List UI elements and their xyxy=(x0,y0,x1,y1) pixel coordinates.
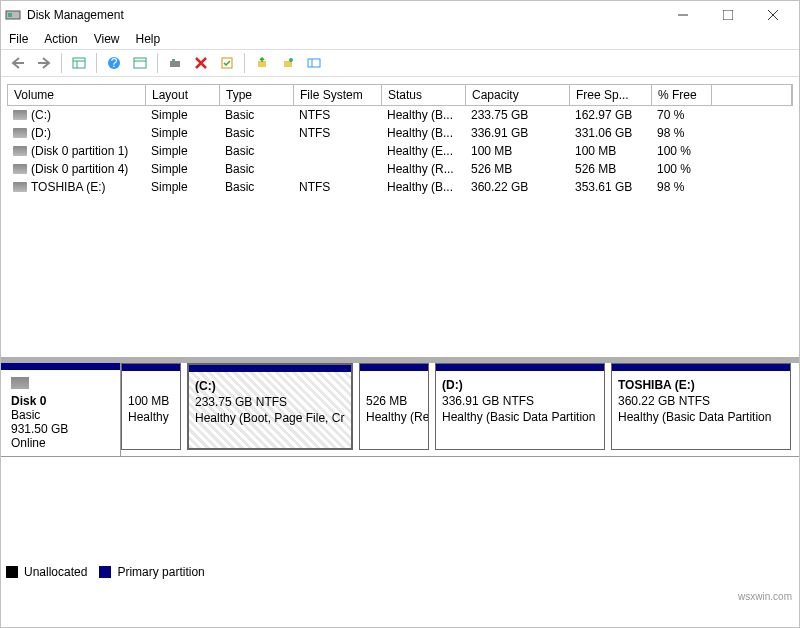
disk-state: Online xyxy=(11,436,46,450)
drive-icon xyxy=(13,110,27,120)
empty-space xyxy=(1,457,799,577)
action-button-3[interactable] xyxy=(303,52,325,74)
partition-header-bar xyxy=(612,364,790,371)
menubar: File Action View Help xyxy=(1,29,799,49)
partition-block[interactable]: 100 MBHealthy xyxy=(121,363,181,450)
refresh-button[interactable] xyxy=(164,52,186,74)
partitions-container: 100 MBHealthy(C:)233.75 GB NTFSHealthy (… xyxy=(121,363,799,456)
app-icon xyxy=(5,7,21,23)
legend: Unallocated Primary partition xyxy=(6,561,205,583)
partition-block[interactable]: (C:)233.75 GB NTFSHealthy (Boot, Page Fi… xyxy=(187,363,353,450)
svg-rect-14 xyxy=(172,59,175,62)
help-button[interactable]: ? xyxy=(103,52,125,74)
menu-view[interactable]: View xyxy=(94,32,120,46)
disk-type: Basic xyxy=(11,408,40,422)
partition-header-bar xyxy=(436,364,604,371)
toolbar-separator xyxy=(244,53,245,73)
legend-unallocated-label: Unallocated xyxy=(24,565,87,579)
col-percent-free[interactable]: % Free xyxy=(652,85,712,105)
svg-point-18 xyxy=(289,58,293,62)
col-layout[interactable]: Layout xyxy=(146,85,220,105)
volume-row[interactable]: (C:)SimpleBasicNTFSHealthy (B...233.75 G… xyxy=(7,106,793,124)
settings-button[interactable] xyxy=(129,52,151,74)
partition-header-bar xyxy=(189,365,351,372)
menu-help[interactable]: Help xyxy=(136,32,161,46)
volume-row[interactable]: (D:)SimpleBasicNTFSHealthy (B...336.91 G… xyxy=(7,124,793,142)
col-type[interactable]: Type xyxy=(220,85,294,105)
titlebar: Disk Management xyxy=(1,1,799,29)
volume-row[interactable]: TOSHIBA (E:)SimpleBasicNTFSHealthy (B...… xyxy=(7,178,793,196)
svg-rect-6 xyxy=(73,58,85,68)
menu-action[interactable]: Action xyxy=(44,32,77,46)
volume-row[interactable]: (Disk 0 partition 1)SimpleBasicHealthy (… xyxy=(7,142,793,160)
col-spacer xyxy=(712,85,792,105)
close-button[interactable] xyxy=(750,1,795,29)
partition-block[interactable]: 526 MBHealthy (Rec xyxy=(359,363,429,450)
svg-rect-1 xyxy=(8,13,12,17)
drive-icon xyxy=(13,182,27,192)
drive-icon xyxy=(13,164,27,174)
col-filesystem[interactable]: File System xyxy=(294,85,382,105)
disk-size: 931.50 GB xyxy=(11,422,68,436)
toolbar-separator xyxy=(96,53,97,73)
col-capacity[interactable]: Capacity xyxy=(466,85,570,105)
action-button-2[interactable] xyxy=(277,52,299,74)
legend-primary-label: Primary partition xyxy=(117,565,204,579)
disk-header-bar xyxy=(1,363,120,370)
partition-header-bar xyxy=(122,364,180,371)
svg-rect-19 xyxy=(308,59,320,67)
col-status[interactable]: Status xyxy=(382,85,466,105)
show-hide-button[interactable] xyxy=(68,52,90,74)
drive-icon xyxy=(13,146,27,156)
col-volume[interactable]: Volume xyxy=(8,85,146,105)
menu-file[interactable]: File xyxy=(9,32,28,46)
volume-list-body: (C:)SimpleBasicNTFSHealthy (B...233.75 G… xyxy=(7,106,793,196)
toolbar-separator xyxy=(61,53,62,73)
action-button-1[interactable] xyxy=(251,52,273,74)
minimize-button[interactable] xyxy=(660,1,705,29)
partition-block[interactable]: TOSHIBA (E:)360.22 GB NTFSHealthy (Basic… xyxy=(611,363,791,450)
disk-label[interactable]: Disk 0 Basic 931.50 GB Online xyxy=(1,363,121,456)
window-title: Disk Management xyxy=(27,8,660,22)
window-controls xyxy=(660,1,795,29)
back-button[interactable] xyxy=(7,52,29,74)
toolbar: ? xyxy=(1,49,799,77)
disk-graphic-pane: Disk 0 Basic 931.50 GB Online 100 MBHeal… xyxy=(1,357,799,577)
delete-button[interactable] xyxy=(190,52,212,74)
col-free-space[interactable]: Free Sp... xyxy=(570,85,652,105)
legend-primary-swatch xyxy=(99,566,111,578)
svg-text:?: ? xyxy=(111,56,118,70)
properties-button[interactable] xyxy=(216,52,238,74)
volume-list-pane: Volume Layout Type File System Status Ca… xyxy=(1,77,799,357)
svg-rect-11 xyxy=(134,58,146,68)
volume-list-header: Volume Layout Type File System Status Ca… xyxy=(7,84,793,106)
maximize-button[interactable] xyxy=(705,1,750,29)
svg-rect-3 xyxy=(723,10,733,20)
partition-block[interactable]: (D:)336.91 GB NTFSHealthy (Basic Data Pa… xyxy=(435,363,605,450)
partition-header-bar xyxy=(360,364,428,371)
disk-icon xyxy=(11,377,29,389)
forward-button[interactable] xyxy=(33,52,55,74)
toolbar-separator xyxy=(157,53,158,73)
source-watermark: wsxwin.com xyxy=(738,591,792,602)
volume-row[interactable]: (Disk 0 partition 4)SimpleBasicHealthy (… xyxy=(7,160,793,178)
legend-unallocated-swatch xyxy=(6,566,18,578)
disk-row: Disk 0 Basic 931.50 GB Online 100 MBHeal… xyxy=(1,363,799,457)
drive-icon xyxy=(13,128,27,138)
disk-name: Disk 0 xyxy=(11,394,46,408)
